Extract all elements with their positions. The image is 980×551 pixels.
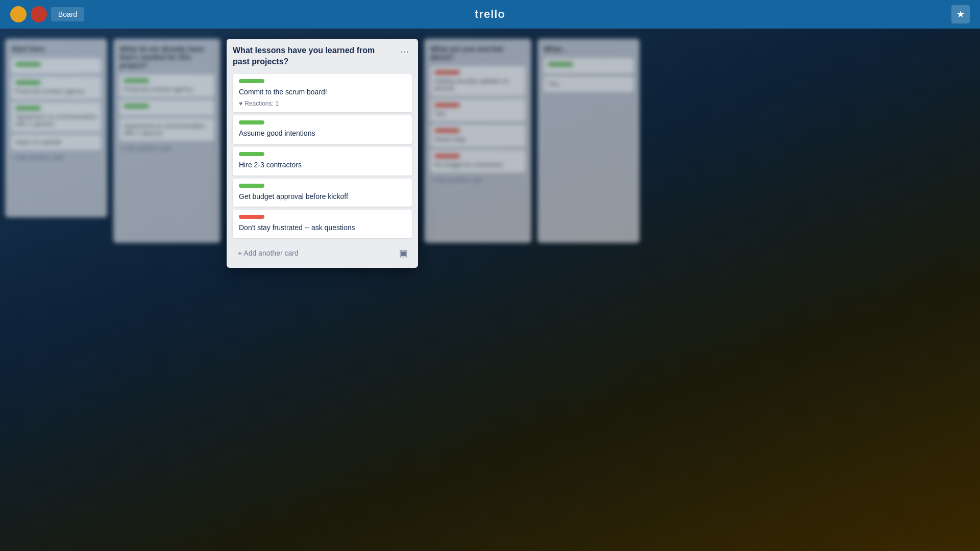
list-item: Financial conduct agency [11, 77, 101, 99]
card-text: Test [434, 110, 521, 117]
navbar: Board trello ★ [0, 0, 980, 29]
label-green [15, 62, 41, 66]
col-right-partial: What... The... [537, 39, 640, 243]
list-item: No budget for contractors [430, 150, 525, 172]
card-text: Smart rings [434, 136, 521, 143]
card-text: Agreement on communication with 1 sponso… [124, 122, 210, 137]
avatar-2 [31, 6, 47, 22]
list-item [544, 58, 633, 73]
col-left-2: What do we already have that's needed fo… [113, 39, 220, 243]
add-card-footer: + Add another card [119, 145, 214, 152]
navbar-left: Board [10, 6, 84, 22]
card-text: Financial conduct agency [15, 88, 97, 95]
label-green [124, 104, 149, 108]
card-text: Sales on website [15, 139, 97, 146]
table-row[interactable]: Commit to the scrum board! ♥ Reactions: … [233, 74, 412, 113]
card-title: Hire 2-3 contractors [239, 160, 406, 170]
star-icon[interactable]: ★ [951, 5, 970, 23]
card-title: Commit to the scrum board! [239, 87, 406, 97]
col-left-partial-title: Start here [11, 45, 101, 53]
reaction-icon: ♥ [239, 100, 242, 107]
list-item: The... [544, 77, 633, 92]
list-item [11, 58, 101, 73]
card-title: Get budget approval before kickoff [239, 192, 406, 202]
list-item [119, 100, 214, 115]
label-red [434, 129, 460, 133]
app-logo: trello [475, 8, 505, 21]
col-right-1: What are you worried about? Getting secu… [424, 39, 531, 243]
card-label-green [239, 120, 264, 124]
label-red [434, 70, 460, 74]
column-title: What lessons have you learned from past … [233, 45, 397, 68]
card-title: Assume good intentions [239, 129, 406, 139]
list-item: Sales on website [11, 135, 101, 150]
label-red [434, 154, 460, 158]
column-header: What lessons have you learned from past … [233, 45, 412, 68]
label-red [434, 103, 460, 107]
card-label-green [239, 152, 264, 156]
card-text: No budget for contractors [434, 161, 521, 168]
list-item: Agreement on communication with 1 sponso… [11, 102, 101, 132]
list-item: Financial conduct agency [119, 74, 214, 97]
col-right-partial-title: What... [544, 45, 633, 53]
card-text: Getting security updates on phones [434, 78, 521, 92]
table-row[interactable]: Get budget approval before kickoff [233, 179, 412, 207]
card-text: Agreement on communication with 1 sponso… [15, 113, 97, 128]
label-green [124, 79, 149, 83]
label-green [548, 62, 573, 66]
list-item: Test [430, 99, 525, 121]
board-area: Start here Financial conduct agency Agre… [0, 29, 980, 551]
table-row[interactable]: Hire 2-3 contractors [233, 147, 412, 176]
add-card-button[interactable]: + Add another card [235, 247, 302, 259]
card-meta: ♥ Reactions: 1 [239, 100, 406, 107]
col-right-1-title: What are you worried about? [430, 45, 525, 61]
table-row[interactable]: Don't stay frustrated -- ask questions [233, 210, 412, 238]
label-green [15, 81, 41, 85]
add-card-footer: + Add another card [430, 177, 525, 184]
column-menu-button[interactable]: ··· [397, 45, 412, 57]
card-label-red [239, 215, 264, 219]
column-footer: + Add another card ▣ [233, 241, 412, 262]
add-card-footer: + Add another card [11, 154, 101, 161]
list-item: Agreement on communication with 1 sponso… [119, 118, 214, 141]
list-item: Getting security updates on phones [430, 66, 525, 96]
card-text: Financial conduct agency [124, 86, 210, 93]
focused-column: What lessons have you learned from past … [227, 39, 418, 268]
card-title: Don't stay frustrated -- ask questions [239, 223, 406, 233]
col-left-partial: Start here Financial conduct agency Agre… [5, 39, 107, 217]
board-button[interactable]: Board [51, 7, 84, 21]
list-item: Smart rings [430, 124, 525, 147]
table-row[interactable]: Assume good intentions [233, 115, 412, 144]
col-left-2-title: What do we already have that's needed fo… [119, 45, 214, 69]
card-label-green [239, 184, 264, 188]
card-label-green [239, 79, 264, 83]
avatar-1 [10, 6, 27, 22]
template-icon-button[interactable]: ▣ [397, 245, 410, 261]
card-text: The... [548, 81, 629, 88]
reaction-count: Reactions: 1 [244, 100, 279, 107]
label-green [15, 106, 41, 110]
